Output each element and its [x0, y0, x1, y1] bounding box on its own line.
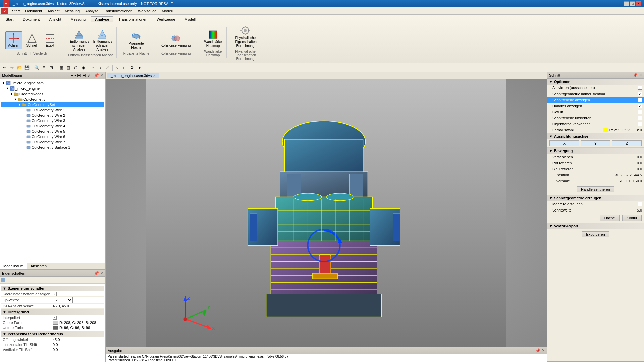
toolbar-dropdown[interactable]: ▼ [136, 64, 143, 71]
tab-dokument[interactable]: Dokument [18, 16, 44, 22]
tree-item-cut-wire-7[interactable]: CutGeometry Wire 7 [1, 139, 104, 145]
axis-btn-x[interactable]: X [549, 140, 579, 146]
menu-dokument[interactable]: Dokument [22, 8, 45, 14]
toolbar-btn5[interactable]: ⬡ [72, 64, 79, 71]
prop-group-perspektiv[interactable]: ▼Perspektivischer Rendermodus [1, 331, 104, 337]
axis-btn-y[interactable]: Y [581, 140, 610, 146]
flache-button[interactable]: Fläche [600, 215, 620, 221]
toolbar-fit[interactable]: ⊞ [41, 64, 47, 71]
tab-transformationen[interactable]: Transformationen [114, 16, 152, 22]
upvektor-dropdown[interactable]: Z [53, 297, 73, 303]
tree-item-cut-geometry[interactable]: ▼CutGeometry [1, 97, 104, 102]
viewport-tab-item[interactable]: _micro_engine.asm.3dvs ✕ [107, 73, 159, 78]
tab-werkzeuge[interactable]: Werkzeuge [152, 16, 179, 22]
ausgabe-pin[interactable]: 📌 [535, 348, 540, 353]
menu-transformationen[interactable]: Transformationen [101, 8, 135, 14]
kontur-button[interactable]: Kontur [622, 215, 642, 221]
menu-werkzeuge[interactable]: Werkzeuge [135, 8, 159, 14]
toolbar-btn4[interactable]: ▥ [65, 64, 72, 71]
titlebar-controls[interactable]: ─ □ ✕ [624, 1, 641, 6]
toolbar-undo[interactable]: ↩ [1, 64, 8, 71]
schnitt-geometrie-header[interactable]: ▼Schnittgeometrie erzeugen [547, 195, 644, 201]
toolbar-btn9[interactable]: ⤢ [104, 64, 111, 71]
checkbox-gefuellt[interactable] [638, 110, 642, 114]
tree-item-micro-engine[interactable]: ▼_micro_engine [1, 86, 104, 91]
toolbar-settings[interactable]: ⚙ [129, 64, 136, 71]
modellbaum-btn-add[interactable]: + [71, 73, 73, 78]
tab-ansicht[interactable]: Ansicht [45, 16, 65, 22]
menu-analyse[interactable]: Analyse [83, 8, 101, 14]
checkbox-geometrie-sichtbar[interactable] [638, 92, 642, 96]
checkbox-ebene-anzeigen[interactable] [638, 98, 642, 102]
modellbaum-close[interactable]: ✕ [100, 73, 103, 78]
menu-start[interactable]: Start [9, 8, 22, 14]
tree-item-cut-geometry-set[interactable]: ▼CutGeometrySet [1, 102, 104, 107]
ribbon-btn-projiziert[interactable]: Projizierte Fläche [125, 29, 147, 51]
ribbon-btn-entformung2[interactable]: Entformungs­schrägen Analyse [92, 27, 113, 53]
prop-group-hintergrund[interactable]: ▼Hintergrund [1, 309, 104, 315]
exportieren-button[interactable]: Exportieren [582, 231, 609, 237]
toolbar-zoom-in[interactable]: 🔍 [33, 64, 40, 71]
toolbar-select[interactable]: ⊡ [48, 64, 55, 71]
modellbaum-btn-expand[interactable]: ⊞ [77, 73, 81, 78]
eigenschaften-pin[interactable]: 📌 [94, 271, 99, 276]
menu-messung[interactable]: Messung [62, 8, 83, 14]
modellbaum-pin[interactable]: 📌 [94, 73, 99, 78]
viewport[interactable]: Z X Y [106, 79, 547, 347]
ribbon-btn-exakt[interactable]: Exakt [42, 31, 58, 49]
tree-item-cut-wire-6[interactable]: CutGeometry Wire 6 [1, 134, 104, 139]
tree-item-cut-wire-3[interactable]: CutGeometry Wire 3 [1, 118, 104, 123]
modellbaum-btn-collapse[interactable]: ⊟ [82, 73, 86, 78]
menu-modell[interactable]: Modell [159, 8, 175, 14]
toolbar-btn7[interactable]: ↔ [90, 64, 96, 71]
ribbon-btn-physikalisch[interactable]: Physikalische Eigenschaften Berechnung [233, 23, 257, 50]
minimize-button[interactable]: ─ [624, 1, 629, 6]
tree-item-cut-wire-5[interactable]: CutGeometry Wire 5 [1, 129, 104, 134]
axis-btn-z[interactable]: Z [612, 140, 642, 146]
ribbon-btn-kollision[interactable]: Kollisionserkennung [159, 31, 193, 49]
tree-item-cut-wire-1[interactable]: CutGeometry Wire 1 [1, 107, 104, 113]
tab-messung[interactable]: Messung [66, 16, 90, 22]
schnitt-pin[interactable]: 📌 [633, 73, 638, 78]
ribbon-btn-schnell[interactable]: Schnell [23, 31, 40, 49]
ribbon-btn-entformung1[interactable]: Entformungs­schrägen Analyse [68, 27, 90, 53]
normale-expand[interactable]: + [552, 179, 556, 183]
checkbox-koordinatensystem[interactable] [53, 292, 57, 296]
toolbar-btn6[interactable]: ◈ [80, 64, 87, 71]
schnitt-bewegung-header[interactable]: ▼Bewegung [547, 148, 644, 154]
schnitt-ausrichtung-header[interactable]: ▼Ausrichtungsachse [547, 133, 644, 139]
tab-start[interactable]: Start [1, 16, 18, 22]
handle-zentrieren-button[interactable]: Handle zentrieren [577, 186, 614, 192]
menu-ansicht[interactable]: Ansicht [45, 8, 62, 14]
tab-modell[interactable]: Modell [180, 16, 200, 22]
checkbox-objektfarbe[interactable] [638, 122, 642, 126]
checkbox-interpoliert[interactable] [53, 316, 57, 320]
checkbox-umkehren[interactable] [638, 116, 642, 120]
tree-item-micro-engine-asm[interactable]: ▼_micro_engine.asm [1, 80, 104, 86]
obere-farbe-swatch[interactable] [53, 321, 58, 325]
viewport-close-icon[interactable]: ✕ [153, 74, 156, 78]
toolbar-btn11[interactable]: □ [121, 64, 128, 71]
tree-item-created-nodes[interactable]: ▼CreatedNodes [1, 91, 104, 97]
toolbar-redo[interactable]: ↪ [9, 64, 15, 71]
modellbaum-btn-remove[interactable]: - [74, 73, 76, 78]
untere-farbe-swatch[interactable] [53, 326, 58, 330]
toolbar-open[interactable]: 📂 [16, 64, 23, 71]
farbauswahl-swatch[interactable] [603, 128, 608, 132]
ausgabe-close[interactable]: ✕ [542, 348, 545, 353]
tree-item-cut-surface-1[interactable]: CutGeometry Surface 1 [1, 145, 104, 150]
eigenschaften-close[interactable]: ✕ [100, 271, 103, 276]
position-expand[interactable]: + [552, 173, 556, 177]
menu-logo[interactable]: V [1, 8, 8, 14]
tab-ansichten[interactable]: Ansichten [27, 263, 50, 269]
modellbaum-btn-check[interactable]: ✓ [87, 73, 91, 78]
tree-item-cut-wire-2[interactable]: CutGeometry Wire 2 [1, 113, 104, 118]
tab-analyse[interactable]: Analyse [91, 16, 113, 22]
ribbon-btn-achsen[interactable]: Achsen [5, 31, 22, 49]
toolbar-save[interactable]: 💾 [23, 64, 30, 71]
schnitt-export-header[interactable]: ▼Vektor-Export [547, 223, 644, 229]
close-button[interactable]: ✕ [636, 1, 641, 6]
tree-item-cut-wire-4[interactable]: CutGeometry Wire 4 [1, 123, 104, 129]
tab-modellbaum[interactable]: Modellbaum [0, 263, 27, 269]
toolbar-btn10[interactable]: ○ [114, 64, 121, 71]
